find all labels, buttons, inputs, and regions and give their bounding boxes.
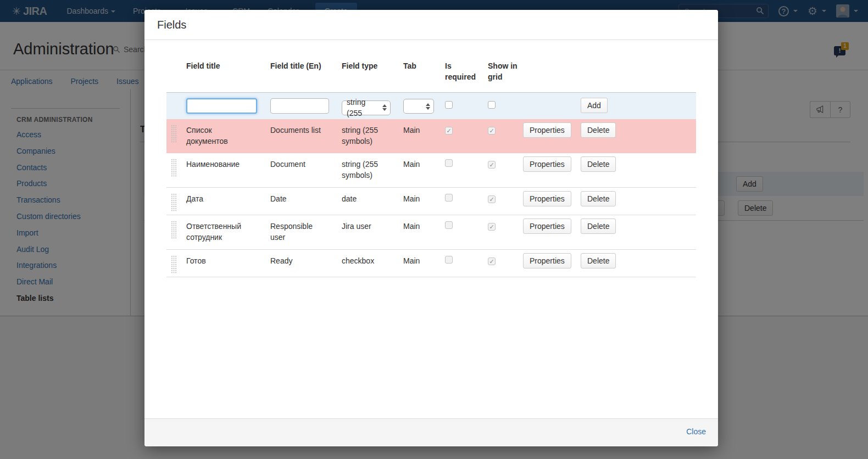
field-type-cell: string (255 symbols) <box>342 119 403 153</box>
col-header-field-title: Field title <box>186 60 270 81</box>
properties-button[interactable]: Properties <box>523 122 571 138</box>
show-in-grid-checkbox[interactable]: ✓ <box>488 223 496 231</box>
field-title-cell: Наименование <box>186 153 270 176</box>
field-title-en-cell: Document <box>270 153 342 176</box>
field-type-cell: Jira user <box>342 215 403 238</box>
field-title-en-cell: Documents list <box>270 119 342 142</box>
new-is-required-checkbox[interactable] <box>445 101 453 109</box>
field-title-en-cell: Responsible user <box>270 215 342 249</box>
show-in-grid-checkbox[interactable]: ✓ <box>488 127 496 135</box>
show-in-grid-checkbox[interactable]: ✓ <box>488 161 496 169</box>
select-stepper-icon <box>426 103 430 110</box>
field-type-select[interactable]: string (255 <box>342 100 391 115</box>
field-title-cell: Готов <box>186 250 270 273</box>
properties-button[interactable]: Properties <box>523 156 571 172</box>
close-button[interactable]: Close <box>686 427 706 436</box>
dialog-header: Fields <box>144 10 718 40</box>
field-title-cell: Список документов <box>186 119 270 153</box>
show-in-grid-checkbox[interactable]: ✓ <box>488 195 496 203</box>
properties-button[interactable]: Properties <box>523 191 571 206</box>
delete-button[interactable]: Delete <box>581 253 616 268</box>
drag-handle-icon[interactable] <box>171 193 176 212</box>
dialog-footer: Close <box>144 418 718 446</box>
col-header-field-type: Field type <box>342 60 403 81</box>
field-row-responsible-user: Ответственный сотрудник Responsible user… <box>166 215 696 250</box>
tab-cell: Main <box>403 215 445 238</box>
add-field-button[interactable]: Add <box>581 98 608 113</box>
field-type-cell: string (255 symbols) <box>342 153 403 187</box>
tab-select[interactable] <box>403 99 434 114</box>
delete-button[interactable]: Delete <box>581 156 616 172</box>
field-row-document: Наименование Document string (255 symbol… <box>166 153 696 188</box>
col-header-field-title-en: Field title (En) <box>270 60 342 81</box>
tab-cell: Main <box>403 250 445 273</box>
drag-handle-icon[interactable] <box>171 255 176 274</box>
field-type-cell: checkbox <box>342 250 403 273</box>
fields-dialog: Fields Field title Field title (En) Fiel… <box>144 10 718 446</box>
is-required-checkbox[interactable] <box>445 256 453 264</box>
field-title-cell: Дата <box>186 188 270 211</box>
tab-cell: Main <box>403 153 445 176</box>
delete-button[interactable]: Delete <box>581 191 616 206</box>
tab-cell: Main <box>403 188 445 211</box>
is-required-checkbox[interactable] <box>445 159 453 167</box>
delete-button[interactable]: Delete <box>581 122 616 138</box>
field-title-en-cell: Date <box>270 188 342 211</box>
field-title-en-cell: Ready <box>270 250 342 273</box>
field-type-cell: date <box>342 188 403 211</box>
col-header-tab: Tab <box>403 60 445 81</box>
fields-table: Field title Field title (En) Field type … <box>166 52 696 277</box>
new-show-in-grid-checkbox[interactable] <box>488 101 496 109</box>
field-row-date: Дата Date date Main ✓ Properties Delete <box>166 188 696 215</box>
new-field-title-en-input[interactable] <box>270 98 329 114</box>
is-required-checkbox[interactable] <box>445 194 453 201</box>
delete-button[interactable]: Delete <box>581 219 616 234</box>
drag-handle-icon[interactable] <box>171 125 176 143</box>
field-row-ready: Готов Ready checkbox Main ✓ Properties D… <box>166 250 696 277</box>
dialog-body: Field title Field title (En) Field type … <box>144 40 718 418</box>
col-header-is-required: Is required <box>445 60 478 92</box>
properties-button[interactable]: Properties <box>523 219 571 234</box>
col-header-show-in-grid: Show in grid <box>488 60 521 92</box>
is-required-checkbox[interactable]: ✓ <box>445 127 453 135</box>
dialog-title: Fields <box>157 19 186 31</box>
new-field-title-input[interactable] <box>186 98 257 114</box>
drag-handle-icon[interactable] <box>171 221 176 239</box>
is-required-checkbox[interactable] <box>445 221 453 229</box>
table-header-row: Field title Field title (En) Field type … <box>166 52 696 93</box>
properties-button[interactable]: Properties <box>523 253 571 268</box>
drag-handle-icon[interactable] <box>171 159 176 177</box>
new-field-row: string (255 Add <box>166 93 696 119</box>
field-title-cell: Ответственный сотрудник <box>186 215 270 249</box>
field-row-documents-list: Список документов Documents list string … <box>166 119 696 153</box>
select-stepper-icon <box>382 104 387 111</box>
show-in-grid-checkbox[interactable]: ✓ <box>488 258 496 265</box>
tab-cell: Main <box>403 119 445 142</box>
